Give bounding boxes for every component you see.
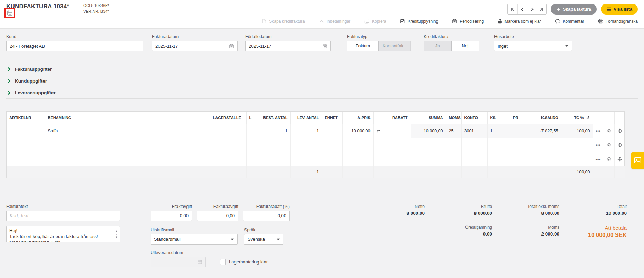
cell-enhet[interactable] — [322, 124, 342, 138]
invoice-message-text[interactable]: Hej! Tack för ert köp, här är eran faktu… — [7, 226, 113, 242]
due-date-input[interactable]: 2025-11-17 — [245, 41, 331, 51]
invoice-date-input[interactable]: 2025-11-17 — [152, 41, 238, 51]
recalculate-icon[interactable] — [586, 115, 590, 120]
col-artikelnr: ARTIKELNR — [7, 112, 45, 124]
attach-image-tab[interactable] — [631, 152, 644, 169]
calendar-icon — [197, 259, 202, 265]
message-scrollbar[interactable]: ▲ ● ▼ — [113, 226, 120, 242]
next-record-button[interactable] — [527, 4, 537, 14]
col-l: L — [246, 112, 256, 124]
section-kunduppgifter[interactable]: Kunduppgifter — [6, 75, 638, 87]
first-record-button[interactable] — [508, 4, 517, 14]
comment-button[interactable]: Kommentar — [555, 19, 584, 24]
chevron-down-icon — [276, 238, 280, 241]
chevron-right-icon — [7, 90, 11, 95]
house-work-label: Husarbete — [494, 34, 572, 39]
row-delete-button[interactable] — [604, 152, 614, 166]
credit-invoice-option-ja[interactable]: Ja — [424, 41, 451, 51]
article-row: ••• — [7, 138, 625, 152]
total-to-pay: Att betala 10 000,00 SEK — [559, 225, 627, 238]
invoice-fee-input[interactable] — [197, 211, 238, 221]
chevron-right-icon — [7, 67, 11, 71]
ocr-number: OCR: 103465* — [83, 3, 109, 9]
col-rabatt: RABATT — [373, 112, 411, 124]
customer-label: Kund — [6, 34, 143, 39]
col-enhet: ENHET — [322, 112, 342, 124]
section-fakturauppgifter[interactable]: Fakturauppgifter — [6, 64, 638, 75]
invoice-page: KUNDFAKTURA 1034* OCR: 103465* VER.NR: B… — [0, 0, 644, 278]
summary-lev-antal: 1 — [290, 166, 322, 178]
total-rounding: Öresutjämning 0,00 — [425, 225, 492, 238]
mark-not-ready-button[interactable]: Markera som ej klar — [498, 19, 541, 24]
col-a-pris: À-PRIS — [342, 112, 373, 124]
freight-fee-label: Fraktavgift — [151, 204, 192, 209]
create-invoice-label: Skapa faktura — [563, 7, 591, 12]
row-move-handle[interactable] — [614, 124, 625, 138]
stock-handling-label: Lagerhantering klar — [229, 259, 268, 265]
cell-l[interactable] — [246, 124, 256, 138]
credit-invoice-option-nej[interactable]: Nej — [451, 41, 479, 51]
row-move-handle[interactable] — [614, 152, 625, 166]
col-best-antal: BEST. ANTAL — [256, 112, 290, 124]
invoice-text-input[interactable] — [6, 211, 120, 221]
scroll-down-icon[interactable]: ▼ — [115, 236, 118, 239]
stock-handling-checkbox[interactable] — [220, 259, 226, 265]
freight-fee-input[interactable] — [151, 211, 192, 221]
cell-tg: 100,00 — [561, 124, 593, 138]
house-work-select[interactable]: Inget — [494, 41, 572, 51]
invoice-fee-label: Fakturaavgift — [197, 204, 238, 209]
row-move-handle[interactable] — [614, 138, 625, 152]
invoice-meta: OCR: 103465* VER.NR: B34* — [78, 0, 109, 17]
customer-input[interactable] — [6, 41, 143, 51]
preview-button[interactable]: Förhandsgranska — [598, 19, 638, 24]
topbar: KUNDFAKTURA 1034* OCR: 103465* VER.NR: B… — [0, 0, 644, 17]
cell-summa: 10 000,00 — [411, 124, 446, 138]
calendar-icon[interactable] — [229, 44, 234, 49]
cell-lev-antal[interactable]: 1 — [290, 124, 322, 138]
cell-a-pris[interactable]: 10 000,00 — [342, 124, 373, 138]
row-delete-button[interactable] — [604, 124, 614, 138]
section-leveransuppgifter[interactable]: Leveransuppgifter — [6, 87, 638, 99]
payments-button: Inbetalningar — [319, 19, 350, 24]
due-date-label: Förfallodatum — [245, 34, 331, 39]
periodization-button[interactable]: Periodisering — [452, 19, 484, 24]
cell-artikelnr[interactable] — [7, 124, 45, 138]
cell-lagerstalle[interactable] — [210, 124, 246, 138]
row-more-options-button[interactable]: ••• — [593, 152, 604, 166]
print-template-select[interactable]: Standardmall — [151, 234, 238, 245]
last-record-button[interactable] — [537, 4, 546, 14]
col-summa: SUMMA — [411, 112, 446, 124]
check-square-icon — [400, 19, 405, 24]
chevron-down-icon — [565, 45, 569, 47]
calendar-icon[interactable] — [7, 10, 13, 16]
cell-best-antal[interactable]: 1 — [256, 124, 290, 138]
col-k-saldo: K.SALDO — [535, 112, 561, 124]
credit-report-button[interactable]: Kreditupplysning — [400, 19, 438, 24]
cell-benamning[interactable]: Soffa — [45, 124, 210, 138]
credit-invoice-label: Kreditfaktura — [424, 34, 479, 39]
invoice-message-box[interactable]: Hej! Tack för ert köp, här är eran faktu… — [6, 226, 120, 242]
row-more-options-button[interactable]: ••• — [593, 138, 604, 152]
credit-invoice-toggle: Ja Nej — [424, 41, 479, 51]
row-delete-button[interactable] — [604, 138, 614, 152]
payment-icon — [319, 19, 324, 24]
summary-tg: 100,00 — [561, 166, 593, 178]
invoice-discount-input[interactable] — [243, 211, 290, 221]
grid-header-row: ARTIKELNR BENÄMNING LAGERSTÄLLE L BEST. … — [7, 112, 625, 124]
invoice-type-option-faktura[interactable]: Faktura — [347, 41, 379, 51]
previous-record-button[interactable] — [517, 4, 527, 14]
article-row: Soffa 1 1 10 000,00 10 000,00 25 3001 1 … — [7, 124, 625, 138]
cell-rabatt[interactable] — [373, 124, 411, 138]
scroll-thumb-icon[interactable]: ● — [116, 233, 117, 235]
calendar-icon[interactable] — [322, 44, 327, 49]
show-list-button[interactable]: Visa lista — [601, 4, 638, 15]
verification-number: VER.NR: B34* — [83, 9, 109, 15]
row-more-options-button[interactable]: ••• — [593, 124, 604, 138]
create-invoice-button[interactable]: Skapa faktura — [551, 4, 597, 15]
invoice-type-option-kontant[interactable]: Kontantfak... — [379, 41, 411, 51]
language-select[interactable]: Svenska — [244, 234, 283, 245]
invoice-footer: Fakturatext Hej! Tack för ert köp, här ä… — [0, 178, 644, 267]
scroll-up-icon[interactable]: ▲ — [115, 230, 118, 233]
recalculate-icon[interactable] — [376, 129, 408, 133]
col-tg: TG % — [561, 112, 593, 124]
